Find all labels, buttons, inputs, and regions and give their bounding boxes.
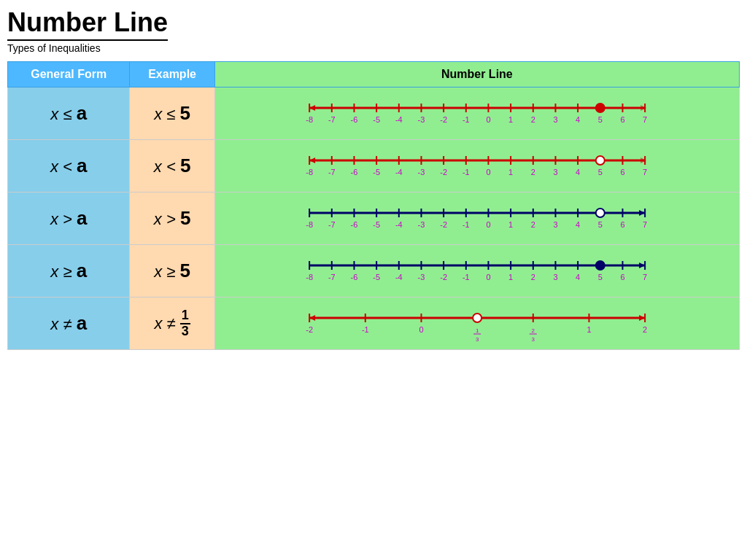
svg-text:-4: -4 [395, 273, 403, 281]
svg-text:-3: -3 [417, 273, 425, 281]
svg-text:6: 6 [620, 115, 624, 124]
svg-text:0: 0 [486, 273, 490, 281]
table-row: x > ax > 5-8-7-6-5-4-3-2-101234567 [8, 192, 740, 245]
example-cell: x < 5 [130, 140, 214, 192]
svg-text:4: 4 [576, 273, 580, 281]
svg-text:-5: -5 [373, 168, 380, 176]
svg-marker-1 [309, 105, 315, 111]
svg-text:0: 0 [486, 220, 490, 229]
svg-text:3: 3 [553, 273, 557, 281]
svg-text:-2: -2 [440, 168, 447, 176]
svg-text:-1: -1 [462, 115, 470, 124]
svg-text:-3: -3 [417, 168, 425, 176]
svg-text:3: 3 [531, 336, 535, 342]
number-line-cell: -8-7-6-5-4-3-2-101234567 [214, 140, 739, 192]
svg-text:6: 6 [620, 273, 624, 281]
svg-text:-7: -7 [328, 220, 336, 229]
svg-text:-3: -3 [417, 115, 425, 124]
svg-text:1: 1 [508, 220, 513, 229]
svg-text:3: 3 [476, 336, 479, 342]
general-form-cell: x ≤ a [8, 88, 130, 140]
svg-text:2: 2 [531, 327, 535, 334]
svg-text:0: 0 [486, 168, 490, 176]
svg-marker-144 [639, 315, 645, 321]
svg-text:1: 1 [508, 168, 513, 176]
svg-text:2: 2 [530, 273, 535, 281]
svg-text:-5: -5 [373, 115, 380, 124]
svg-text:-8: -8 [306, 273, 313, 281]
example-cell: x ≥ 5 [130, 245, 214, 298]
svg-text:0: 0 [486, 115, 490, 124]
svg-point-106 [596, 209, 605, 217]
number-line-cell: -8-7-6-5-4-3-2-101234567 [214, 88, 739, 140]
svg-text:7: 7 [643, 273, 647, 281]
table-row: x < ax < 5-8-7-6-5-4-3-2-101234567 [8, 140, 740, 192]
svg-text:-7: -7 [328, 273, 336, 281]
svg-point-141 [596, 261, 605, 270]
svg-text:-4: -4 [395, 220, 403, 229]
svg-text:-1: -1 [462, 168, 470, 176]
svg-text:1: 1 [508, 273, 513, 281]
svg-point-71 [596, 156, 605, 165]
svg-marker-37 [309, 158, 315, 163]
example-cell: x ≤ 5 [130, 88, 214, 140]
svg-text:7: 7 [643, 115, 647, 124]
page-title: Number Line [7, 7, 168, 41]
table-row: x ≥ ax ≥ 5-8-7-6-5-4-3-2-101234567 [8, 245, 740, 298]
svg-text:-4: -4 [395, 168, 403, 176]
col-header-general: General Form [8, 62, 130, 88]
svg-text:2: 2 [530, 115, 535, 124]
svg-text:-5: -5 [373, 273, 380, 281]
svg-text:6: 6 [620, 220, 624, 229]
general-form-cell: x ≠ a [8, 298, 130, 350]
svg-text:2: 2 [530, 220, 535, 229]
svg-text:-7: -7 [328, 168, 336, 176]
svg-text:1: 1 [587, 325, 591, 334]
svg-marker-108 [639, 262, 645, 268]
svg-text:-4: -4 [395, 115, 403, 124]
general-form-cell: x ≥ a [8, 245, 130, 298]
svg-text:-1: -1 [362, 325, 369, 334]
table-row: x ≠ ax ≠ 13-2-10132312 [8, 298, 740, 350]
svg-text:-2: -2 [440, 115, 447, 124]
svg-text:5: 5 [597, 220, 602, 229]
svg-text:5: 5 [597, 115, 602, 124]
svg-text:-1: -1 [462, 220, 470, 229]
svg-text:3: 3 [553, 115, 557, 124]
svg-text:-6: -6 [350, 115, 357, 124]
svg-text:6: 6 [620, 168, 624, 176]
svg-text:4: 4 [576, 220, 580, 229]
svg-text:4: 4 [576, 168, 580, 176]
number-line-cell: -2-10132312 [214, 298, 739, 350]
col-header-example: Example [130, 62, 214, 88]
svg-text:1: 1 [508, 115, 513, 124]
general-form-cell: x < a [8, 140, 130, 192]
svg-text:-7: -7 [328, 115, 336, 124]
svg-point-35 [596, 104, 605, 112]
svg-text:3: 3 [553, 220, 557, 229]
svg-text:-2: -2 [306, 325, 313, 334]
svg-text:5: 5 [597, 273, 602, 281]
general-form-cell: x > a [8, 192, 130, 245]
svg-text:1: 1 [476, 327, 479, 334]
svg-text:-2: -2 [440, 220, 447, 229]
svg-text:-6: -6 [350, 220, 357, 229]
svg-text:4: 4 [576, 115, 580, 124]
svg-text:-8: -8 [306, 115, 313, 124]
svg-text:-6: -6 [350, 168, 357, 176]
svg-text:-8: -8 [306, 220, 313, 229]
number-line-cell: -8-7-6-5-4-3-2-101234567 [214, 192, 739, 245]
svg-text:-8: -8 [306, 168, 313, 176]
col-header-nl: Number Line [214, 62, 739, 88]
svg-text:7: 7 [643, 168, 647, 176]
svg-marker-143 [309, 315, 315, 321]
svg-text:-1: -1 [462, 273, 470, 281]
svg-text:2: 2 [530, 168, 535, 176]
page-subtitle: Types of Inequalities [7, 42, 740, 54]
svg-text:2: 2 [643, 325, 647, 334]
svg-text:3: 3 [553, 168, 557, 176]
svg-text:5: 5 [597, 168, 602, 176]
table-row: x ≤ ax ≤ 5-8-7-6-5-4-3-2-101234567 [8, 88, 740, 140]
svg-text:-3: -3 [417, 220, 425, 229]
svg-text:-5: -5 [373, 220, 380, 229]
